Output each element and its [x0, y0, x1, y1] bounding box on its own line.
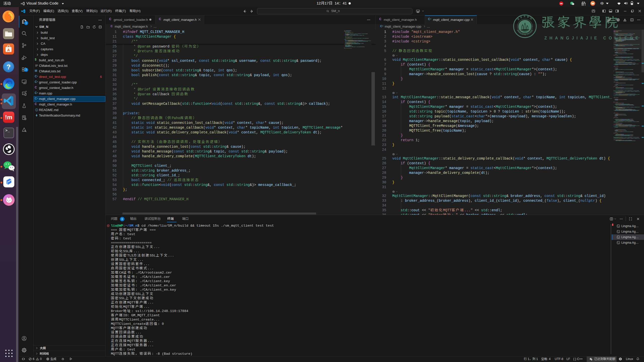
svg-text:1952: 1952: [524, 31, 526, 33]
svg-text:!: !: [418, 11, 418, 12]
svg-text:!: !: [591, 359, 592, 360]
svg-text:A: A: [7, 48, 10, 52]
